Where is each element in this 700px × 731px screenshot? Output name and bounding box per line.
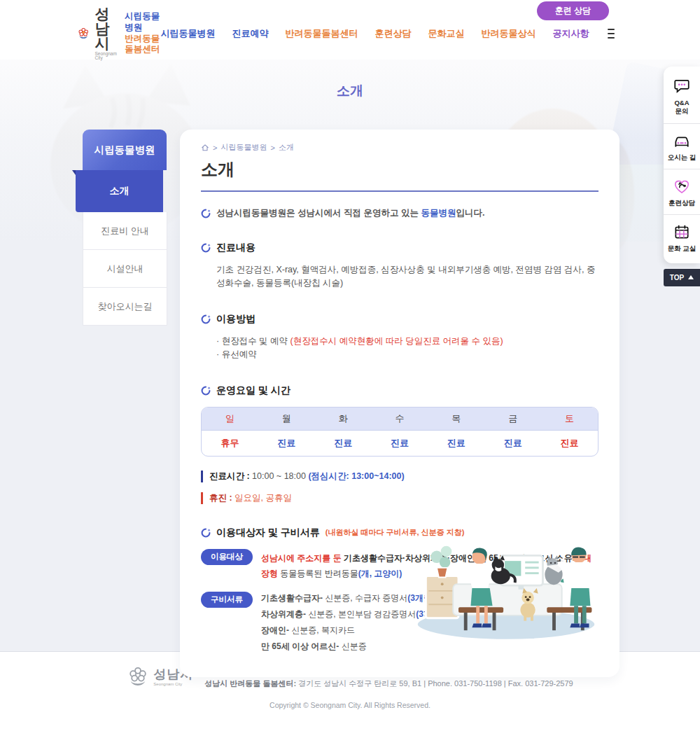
quick-directions-button[interactable]: 오시는 길 bbox=[664, 123, 700, 169]
dog-heart-icon bbox=[673, 177, 691, 195]
intro-text: 성남시립동물병원은 성남시에서 직접 운영하고 있는 bbox=[216, 208, 421, 218]
intro-line: 성남시립동물병원은 성남시에서 직접 운영하고 있는 동물병원입니다. bbox=[201, 207, 598, 219]
calendar-icon bbox=[673, 223, 691, 241]
usage-line1: · 현장접수 및 예약 bbox=[216, 336, 290, 346]
logo-subtitle-hospital: 시립동물병원 bbox=[125, 11, 160, 33]
swirl-bullet-icon bbox=[201, 528, 211, 538]
status-mon: 진료 bbox=[258, 431, 315, 456]
logo-city-en: Seongnam City bbox=[94, 52, 118, 61]
status-thu: 진료 bbox=[428, 431, 484, 456]
nav-reservation[interactable]: 진료예약 bbox=[232, 27, 269, 40]
intro-highlight: 동물병원 bbox=[421, 208, 456, 218]
site-logo[interactable]: 성남시 Seongnam City 시립동물병원 반려동물돌봄센터 bbox=[77, 6, 161, 61]
hamburger-menu-icon[interactable] bbox=[608, 26, 615, 41]
status-fri: 진료 bbox=[484, 431, 541, 456]
quick-culture-button[interactable]: 문화 교실 bbox=[664, 214, 700, 260]
footer-carecenter-line: 성남시 반려동물 돌봄센터: 경기도 성남시 수정구 탄리로 59, B1 | … bbox=[204, 677, 573, 690]
breadcrumb-separator: > bbox=[213, 144, 217, 152]
hours-table-header-row: 일 월 화 수 목 금 토 bbox=[202, 408, 598, 431]
quick-qa-label: Q&A 문의 bbox=[674, 99, 689, 116]
breadcrumb-hospital[interactable]: 시립동물병원 bbox=[220, 142, 267, 153]
sidebar: 시립동물병원 소개 진료비 안내 시설안내 찾아오시는길 bbox=[76, 130, 167, 677]
breadcrumb-current: 소개 bbox=[279, 142, 294, 153]
section-treatment-heading: 진료내용 bbox=[201, 242, 598, 254]
nav-city-hospital[interactable]: 시립동물병원 bbox=[161, 27, 216, 40]
swirl-bullet-icon bbox=[201, 209, 211, 218]
page-title: 소개 bbox=[201, 158, 598, 192]
status-sat: 진료 bbox=[541, 431, 598, 456]
quick-training-button[interactable]: 훈련상담 bbox=[664, 169, 700, 214]
section-usage-heading: 이용방법 bbox=[201, 313, 598, 326]
car-icon bbox=[673, 132, 691, 150]
nav-pet-knowledge[interactable]: 반려동물상식 bbox=[482, 27, 536, 40]
quick-qa-button[interactable]: Q&A 문의 bbox=[664, 69, 700, 123]
day-tue: 화 bbox=[315, 408, 372, 430]
nav-care-center[interactable]: 반려동물돌봄센터 bbox=[286, 27, 358, 40]
day-fri: 금 bbox=[484, 408, 541, 430]
swirl-bullet-icon bbox=[201, 243, 211, 253]
training-consult-button[interactable]: 훈련 상담 bbox=[537, 1, 609, 20]
swirl-bullet-icon bbox=[201, 386, 211, 396]
day-sat: 토 bbox=[541, 408, 598, 430]
day-sun: 일 bbox=[202, 408, 258, 430]
clinic-hours-line: 진료시간 : 10:00 ~ 18:00 (점심시간: 13:00~14:00) bbox=[201, 471, 598, 482]
closed-days-line: 휴진 : 일요일, 공휴일 bbox=[201, 492, 598, 504]
status-tue: 진료 bbox=[315, 431, 372, 456]
qa-chat-icon bbox=[673, 77, 691, 95]
hero-section: 소개 시립동물병원 소개 진료비 안내 시설안내 찾아오시는길 > 시립동물병원… bbox=[0, 60, 700, 651]
usage-line1-warning: (현장접수시 예약현황에 따라 당일진료 어려울 수 있음) bbox=[290, 336, 503, 346]
target-residency: 성남시에 주소지를 둔 bbox=[261, 553, 342, 563]
page: 훈련 상담 성남시 Seongnam City 시립동물병원 반려동물돌봄센터 bbox=[0, 0, 700, 731]
treatment-body: 기초 건강검진, X-ray, 혈액검사, 예방접종, 심장사상충 및 내외부기… bbox=[216, 263, 598, 291]
seongnam-flower-icon bbox=[77, 21, 90, 46]
breadcrumb-separator: > bbox=[270, 144, 274, 152]
status-sun: 휴무 bbox=[202, 431, 258, 456]
usage-line2: · 유선예약 bbox=[216, 348, 598, 361]
day-wed: 수 bbox=[372, 408, 428, 430]
footer-city-en: Seongnam City bbox=[153, 682, 193, 686]
sidebar-item-fees[interactable]: 진료비 안내 bbox=[83, 212, 167, 250]
breadcrumb: > 시립동물병원 > 소개 bbox=[201, 142, 598, 153]
docs-badge: 구비서류 bbox=[201, 592, 253, 608]
intro-text-end: 입니다. bbox=[456, 208, 484, 218]
scroll-to-top-button[interactable]: TOP bbox=[664, 269, 700, 286]
swirl-bullet-icon bbox=[201, 314, 211, 324]
footer-copyright: Copyright © Seongnam City. All Rights Re… bbox=[0, 701, 700, 709]
sidebar-title: 시립동물병원 bbox=[83, 130, 167, 170]
status-wed: 진료 bbox=[372, 431, 428, 456]
logo-subtitle-carecenter: 반려동물돌봄센터 bbox=[125, 34, 160, 55]
day-thu: 목 bbox=[428, 408, 484, 430]
quick-menu-panel: Q&A 문의 오시는 길 훈련상담 bbox=[664, 67, 700, 263]
sidebar-item-intro[interactable]: 소개 bbox=[76, 170, 163, 212]
main-nav: 시립동물병원 진료예약 반려동물돌봄센터 훈련상담 문화교실 반려동물상식 공지… bbox=[161, 27, 589, 40]
lunch-hours-note: (점심시간: 13:00~14:00) bbox=[308, 471, 404, 481]
content-card: > 시립동물병원 > 소개 소개 성남시립동물병원은 성남시에서 직접 운영하고… bbox=[180, 130, 620, 677]
usage-body: · 현장접수 및 예약 (현장접수시 예약현황에 따라 당일진료 어려울 수 있… bbox=[216, 335, 598, 362]
quick-culture-label: 문화 교실 bbox=[668, 244, 696, 253]
section-hours-heading: 운영요일 및 시간 bbox=[201, 384, 598, 397]
hours-table-value-row: 휴무 진료 진료 진료 진료 진료 진료 bbox=[202, 431, 598, 456]
logo-city-text: 성남시 bbox=[94, 6, 118, 50]
target-pets: 동물등록된 반려동물 bbox=[278, 569, 358, 578]
nav-training[interactable]: 훈련상담 bbox=[375, 27, 412, 40]
quick-menu: Q&A 문의 오시는 길 훈련상담 bbox=[664, 67, 700, 286]
target-species: (개, 고양이) bbox=[358, 569, 402, 578]
vet-clinic-illustration bbox=[411, 533, 601, 643]
hours-table: 일 월 화 수 목 금 토 휴무 진료 진료 진료 진료 진료 bbox=[201, 407, 598, 457]
quick-directions-label: 오시는 길 bbox=[668, 153, 696, 162]
sidebar-item-directions[interactable]: 찾아오시는길 bbox=[83, 288, 167, 326]
nav-culture-class[interactable]: 문화교실 bbox=[428, 27, 465, 40]
banner-title: 소개 bbox=[0, 60, 700, 100]
up-triangle-icon bbox=[688, 275, 694, 279]
sidebar-item-facility[interactable]: 시설안내 bbox=[83, 250, 167, 288]
home-icon[interactable] bbox=[201, 144, 209, 152]
day-mon: 월 bbox=[258, 408, 315, 430]
nav-notice[interactable]: 공지사항 bbox=[553, 27, 589, 40]
target-badge: 이용대상 bbox=[201, 549, 253, 565]
quick-training-label: 훈련상담 bbox=[668, 199, 695, 207]
